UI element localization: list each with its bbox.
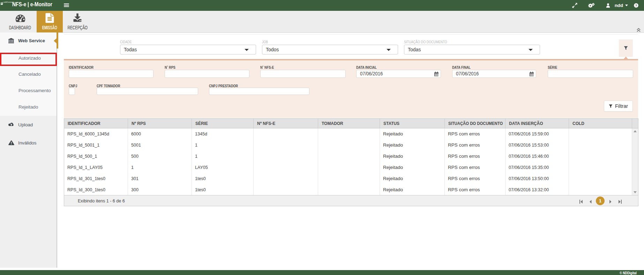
svg-text:?: ? [635,3,637,7]
